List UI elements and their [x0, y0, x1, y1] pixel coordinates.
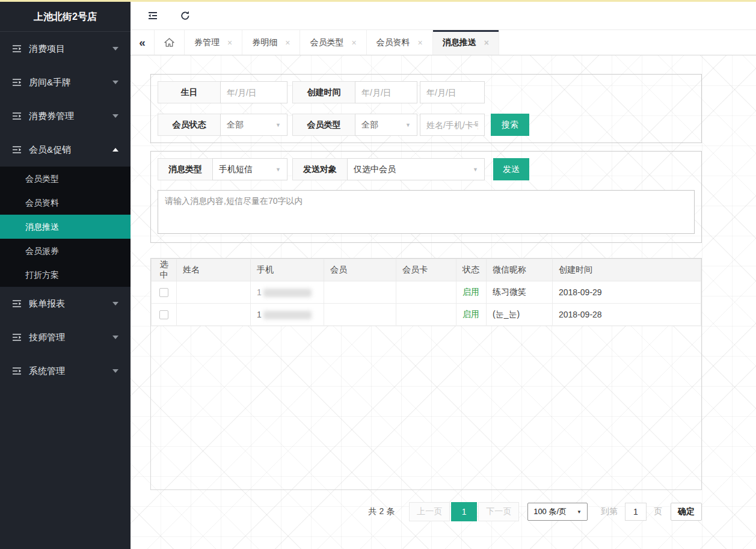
redacted-phone-blur	[263, 289, 312, 297]
tab-coupon-detail[interactable]: 券明细 ×	[242, 30, 300, 55]
chevron-down-icon	[112, 336, 118, 339]
cell-member-card	[396, 304, 456, 326]
close-icon[interactable]: ×	[418, 38, 423, 48]
content-area: 生日 创建时间 会员状态 全部 ▼ 会员类型 全部 ▼	[131, 55, 756, 549]
header-name: 姓名	[177, 259, 251, 281]
cell-member	[324, 304, 396, 326]
list-menu-icon	[12, 44, 22, 53]
header-wechat-nickname: 微信昵称	[487, 259, 553, 281]
search-row-1: 生日 创建时间	[158, 81, 695, 103]
keyword-input[interactable]	[420, 114, 485, 136]
prev-page-button[interactable]: 上一页	[409, 502, 450, 521]
cell-wechat-nickname: 练习微笑	[487, 281, 553, 304]
main-area: « 券管理 × 券明细 × 会员类型 × 会员资料 × 消息推送 ×	[131, 0, 756, 549]
close-icon[interactable]: ×	[227, 38, 232, 48]
member-status-value: 全部	[227, 120, 244, 130]
search-row-2: 会员状态 全部 ▼ 会员类型 全部 ▼ 搜索	[158, 114, 695, 136]
sidebar-item-label: 技师管理	[29, 332, 112, 343]
page-size-value: 100 条/页	[533, 506, 567, 517]
sidebar-item-coupon-management[interactable]: 消费券管理	[0, 99, 131, 133]
close-icon[interactable]: ×	[285, 38, 290, 48]
sidebar-item-technician-management[interactable]: 技师管理	[0, 321, 131, 354]
cell-wechat-nickname: (눈_눈)	[487, 304, 553, 326]
next-page-button[interactable]: 下一页	[478, 502, 519, 521]
goto-page-suffix: 页	[654, 506, 662, 517]
message-type-select[interactable]: 手机短信 ▼	[212, 158, 287, 180]
sidebar-item-consume-projects[interactable]: 消费项目	[0, 32, 131, 66]
message-type-value: 手机短信	[219, 164, 253, 175]
message-panel: 消息类型 手机短信 ▼ 发送对象 仅选中会员 ▼ 发送	[150, 151, 702, 243]
refresh-icon[interactable]	[180, 10, 191, 21]
birthday-input[interactable]	[220, 81, 287, 103]
search-button[interactable]: 搜索	[491, 114, 529, 136]
member-type-select[interactable]: 全部 ▼	[355, 114, 417, 136]
tab-label: 消息推送	[443, 37, 476, 48]
sidebar-item-rooms[interactable]: 房间&手牌	[0, 66, 131, 99]
sidebar-item-label: 账单报表	[29, 298, 112, 310]
page-size-select[interactable]: 100 条/页 ▼	[527, 503, 588, 521]
cell-phone: 1	[251, 304, 324, 326]
members-table-container: 选中 姓名 手机 会员 会员卡 状态 微信昵称 创建时间	[150, 258, 702, 490]
cell-created-time: 2018-09-29	[553, 281, 701, 304]
sidebar-item-discount-plan[interactable]: 打折方案	[0, 263, 131, 287]
sidebar-item-member-info[interactable]: 会员资料	[0, 191, 131, 215]
row-checkbox[interactable]	[159, 310, 168, 319]
sidebar-item-member-type[interactable]: 会员类型	[0, 167, 131, 191]
tabs-collapse-button[interactable]: «	[131, 30, 155, 55]
app-root: 上池北街2号店 消费项目 房间&手牌 消费券管理 会员&促销 会员类型 会员资料…	[0, 0, 756, 549]
list-menu-icon	[12, 146, 22, 154]
sidebar-item-system-management[interactable]: 系统管理	[0, 354, 131, 388]
sidebar-item-member-promotion[interactable]: 会员&促销	[0, 133, 131, 167]
cell-name	[177, 304, 251, 326]
status-badge: 启用	[456, 304, 487, 326]
member-type-value: 全部	[361, 120, 378, 130]
send-target-select[interactable]: 仅选中会员 ▼	[347, 158, 485, 180]
header-member: 会员	[324, 259, 396, 281]
chevron-down-icon: ▼	[405, 122, 411, 128]
member-status-select[interactable]: 全部 ▼	[220, 114, 287, 136]
sidebar-item-bill-report[interactable]: 账单报表	[0, 287, 131, 321]
sidebar-submenu: 会员类型 会员资料 消息推送 会员派券 打折方案	[0, 167, 131, 287]
birthday-label: 生日	[158, 81, 221, 103]
message-content-textarea[interactable]	[158, 190, 695, 234]
chevron-down-icon	[112, 369, 118, 373]
phone-prefix: 1	[257, 287, 262, 297]
message-type-label: 消息类型	[158, 158, 213, 180]
store-title: 上池北街2号店	[0, 2, 131, 32]
pager-group: 上一页 1 下一页	[409, 502, 519, 521]
sidebar-item-label: 房间&手牌	[29, 77, 112, 88]
tab-member-type[interactable]: 会员类型 ×	[300, 30, 366, 55]
home-tab[interactable]	[155, 30, 185, 55]
sidebar-item-label: 系统管理	[29, 366, 112, 377]
list-menu-icon	[12, 333, 22, 342]
sidebar-item-member-coupon-send[interactable]: 会员派券	[0, 239, 131, 263]
goto-page-prefix: 到第	[601, 506, 618, 517]
phone-prefix: 1	[257, 310, 262, 319]
cell-member-card	[396, 281, 456, 304]
toolbar	[131, 2, 756, 29]
tab-message-push[interactable]: 消息推送 ×	[433, 30, 499, 55]
created-to-input[interactable]	[420, 81, 485, 103]
table-header-row: 选中 姓名 手机 会员 会员卡 状态 微信昵称 创建时间	[152, 259, 701, 281]
member-status-label: 会员状态	[158, 114, 221, 136]
row-checkbox[interactable]	[159, 288, 168, 297]
sidebar-item-label: 会员&促销	[29, 144, 112, 156]
header-status: 状态	[456, 259, 487, 281]
close-icon[interactable]: ×	[484, 38, 489, 48]
send-button[interactable]: 发送	[493, 158, 529, 180]
current-page-button[interactable]: 1	[451, 502, 477, 521]
created-from-input[interactable]	[355, 81, 417, 103]
chevron-down-icon: ▼	[577, 509, 582, 515]
chevron-down-icon	[112, 81, 118, 84]
sidebar-item-message-push[interactable]: 消息推送	[0, 215, 131, 239]
home-icon	[164, 37, 175, 48]
goto-page-input[interactable]	[625, 503, 647, 521]
table-row: 1 启用 练习微笑 2018-09-29	[152, 281, 701, 304]
chevron-down-icon	[112, 302, 118, 305]
tab-member-info[interactable]: 会员资料 ×	[367, 30, 433, 55]
sidebar-item-label: 消费券管理	[29, 111, 112, 122]
confirm-button[interactable]: 确定	[671, 503, 702, 521]
collapse-sidebar-icon[interactable]	[147, 10, 158, 21]
tab-coupon-management[interactable]: 券管理 ×	[185, 30, 242, 55]
close-icon[interactable]: ×	[351, 38, 356, 48]
